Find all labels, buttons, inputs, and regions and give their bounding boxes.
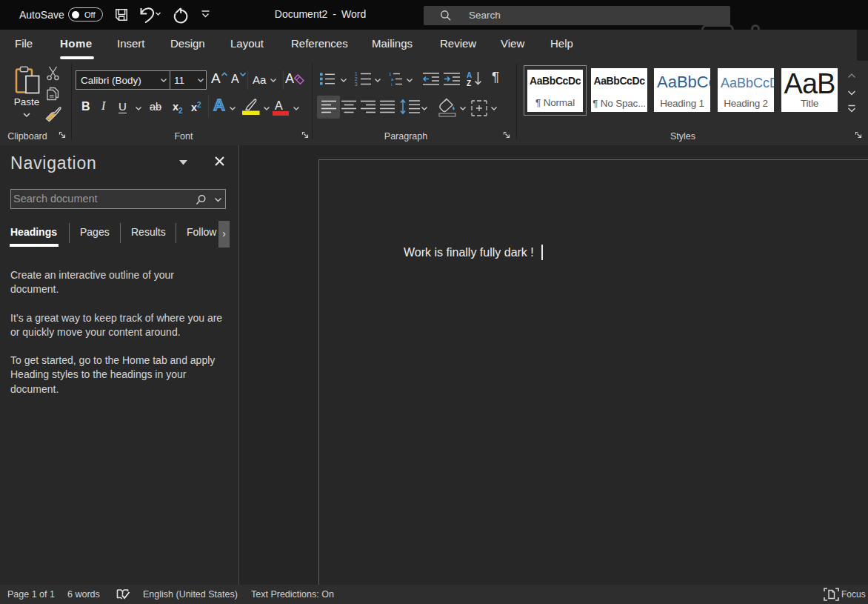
svg-text:1: 1 <box>355 71 358 76</box>
svg-text:2: 2 <box>355 76 358 82</box>
svg-text:1: 1 <box>389 72 392 76</box>
svg-text:Z: Z <box>467 79 471 87</box>
svg-text:a: a <box>391 77 394 82</box>
svg-text:i: i <box>391 82 392 86</box>
svg-text:3: 3 <box>355 82 358 86</box>
svg-text:A: A <box>467 71 472 79</box>
